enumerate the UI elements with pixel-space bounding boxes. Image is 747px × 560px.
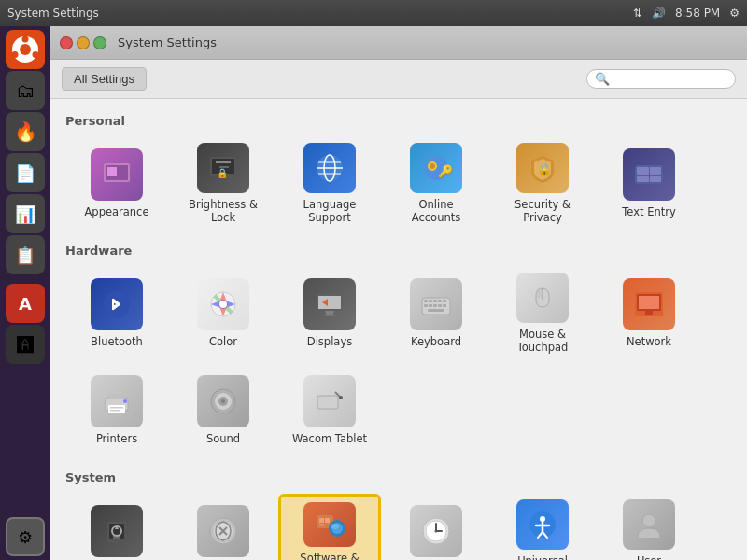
- mouse-icon: [526, 281, 559, 315]
- settings-item-language[interactable]: LanguageSupport: [278, 137, 381, 231]
- minimize-button[interactable]: [77, 36, 90, 49]
- text-entry-icon: [632, 158, 666, 191]
- keyboard-icon: [419, 287, 453, 321]
- settings-item-details[interactable]: Details: [172, 494, 275, 560]
- section-personal: Personal Appearance: [65, 114, 732, 231]
- svg-rect-60: [110, 410, 120, 412]
- svg-point-83: [331, 524, 339, 529]
- sidebar-item-amazon[interactable]: 🅰: [6, 325, 45, 364]
- wacom-icon-box: [303, 375, 356, 427]
- printers-icon-box: [91, 375, 143, 427]
- sound-icon: 🔊: [652, 7, 666, 20]
- svg-rect-38: [424, 300, 428, 302]
- svg-point-88: [435, 530, 438, 533]
- sound-icon-box: [197, 375, 249, 427]
- user-icon: [632, 508, 666, 541]
- universal-label: UniversalAccess: [517, 555, 568, 560]
- title-bar: System Settings: [50, 26, 747, 60]
- settings-item-wacom[interactable]: Wacom Tablet: [278, 364, 381, 457]
- svg-rect-27: [650, 176, 661, 182]
- timedate-icon-box: [410, 505, 462, 557]
- sidebar-item-ubuntu[interactable]: [6, 30, 45, 69]
- settings-item-online[interactable]: 🔑 OnlineAccounts: [385, 137, 487, 231]
- settings-item-printers[interactable]: Printers: [65, 364, 168, 457]
- settings-item-software[interactable]: Software &Updates: [278, 494, 381, 560]
- keyboard-icon-box: [410, 278, 462, 330]
- sidebar-item-files[interactable]: 🗂: [6, 71, 45, 110]
- system-grid: Backups Details: [65, 494, 732, 560]
- language-icon: [313, 151, 346, 185]
- settings-item-keyboard[interactable]: Keyboard: [385, 267, 487, 360]
- sound-label: Sound: [206, 433, 240, 446]
- online-icon: 🔑: [419, 151, 453, 185]
- sidebar-item-impress[interactable]: 📋: [6, 235, 45, 274]
- settings-item-text[interactable]: Text Entry: [598, 137, 700, 231]
- appearance-icon: [100, 158, 134, 191]
- settings-item-timedate[interactable]: Time & Date: [385, 494, 487, 560]
- search-input[interactable]: [610, 73, 731, 86]
- svg-rect-45: [433, 304, 437, 307]
- brightness-icon: 🔒: [206, 151, 240, 185]
- settings-item-appearance[interactable]: Appearance: [65, 137, 168, 231]
- online-icon-box: 🔑: [410, 143, 462, 193]
- gear-icon[interactable]: ⚙: [729, 7, 740, 20]
- svg-rect-33: [318, 296, 341, 309]
- maximize-button[interactable]: [93, 36, 106, 49]
- svg-rect-48: [428, 309, 444, 312]
- settings-item-sound[interactable]: Sound: [172, 364, 275, 457]
- all-settings-button[interactable]: All Settings: [62, 67, 147, 91]
- settings-item-mouse[interactable]: Mouse &Touchpad: [491, 267, 594, 360]
- sidebar-item-calc[interactable]: 📊: [6, 194, 45, 233]
- settings-content: Personal Appearance: [50, 99, 747, 560]
- settings-item-brightness[interactable]: 🔒 Brightness &Lock: [172, 137, 275, 231]
- svg-point-1: [20, 44, 31, 55]
- mouse-label: Mouse &Touchpad: [517, 329, 569, 355]
- settings-item-universal[interactable]: UniversalAccess: [491, 494, 594, 560]
- appearance-icon-box: [91, 148, 143, 201]
- brightness-icon-box: 🔒: [197, 143, 249, 193]
- section-hardware: Hardware Bluetooth: [65, 244, 732, 457]
- svg-text:🔒: 🔒: [537, 161, 553, 177]
- security-label: Security &Privacy: [514, 199, 571, 225]
- language-label: LanguageSupport: [303, 199, 357, 225]
- svg-rect-40: [433, 300, 437, 302]
- svg-rect-41: [438, 300, 442, 302]
- svg-point-20: [430, 163, 435, 169]
- sidebar-item-firefox[interactable]: 🔥: [6, 112, 45, 151]
- svg-rect-25: [650, 167, 661, 175]
- hardware-grid: Bluetooth Color: [65, 267, 732, 457]
- ubuntu-icon: [11, 35, 39, 63]
- sidebar-item-appstore[interactable]: A: [6, 284, 45, 323]
- settings-item-color[interactable]: Color: [172, 267, 275, 360]
- sidebar-item-writer[interactable]: 📄: [6, 153, 45, 192]
- network-icon-box: [623, 278, 675, 330]
- settings-item-security[interactable]: 🔒 Security &Privacy: [491, 137, 594, 231]
- svg-rect-58: [108, 405, 125, 413]
- security-icon: 🔒: [526, 151, 559, 185]
- color-icon: [206, 287, 240, 321]
- user-label: UserAccounts: [625, 555, 673, 560]
- main-layout: 🗂 🔥 📄 📊 📋 A 🅰 ⚙: [0, 26, 747, 560]
- settings-item-network[interactable]: Network: [598, 267, 700, 360]
- settings-item-backups[interactable]: Backups: [65, 494, 168, 560]
- svg-point-65: [221, 399, 225, 403]
- svg-rect-59: [110, 407, 123, 409]
- displays-label: Displays: [307, 336, 352, 349]
- bluetooth-icon: [100, 287, 134, 321]
- close-button[interactable]: [60, 36, 73, 49]
- settings-item-user[interactable]: UserAccounts: [598, 494, 700, 560]
- svg-rect-24: [637, 167, 649, 175]
- color-label: Color: [209, 336, 237, 349]
- svg-point-95: [642, 514, 655, 527]
- svg-text:🔒: 🔒: [217, 167, 229, 179]
- user-icon-box: [623, 499, 675, 550]
- settings-item-bluetooth[interactable]: Bluetooth: [65, 267, 168, 360]
- backups-icon: [100, 514, 134, 548]
- calc-icon: 📊: [15, 204, 35, 224]
- sidebar-item-settings[interactable]: ⚙: [6, 517, 45, 556]
- universal-icon-box: [516, 499, 569, 550]
- text-icon-box: [623, 148, 675, 201]
- top-bar-title: System Settings: [7, 7, 99, 20]
- settings-item-displays[interactable]: Displays: [278, 267, 381, 360]
- section-system: System Backups: [65, 470, 732, 560]
